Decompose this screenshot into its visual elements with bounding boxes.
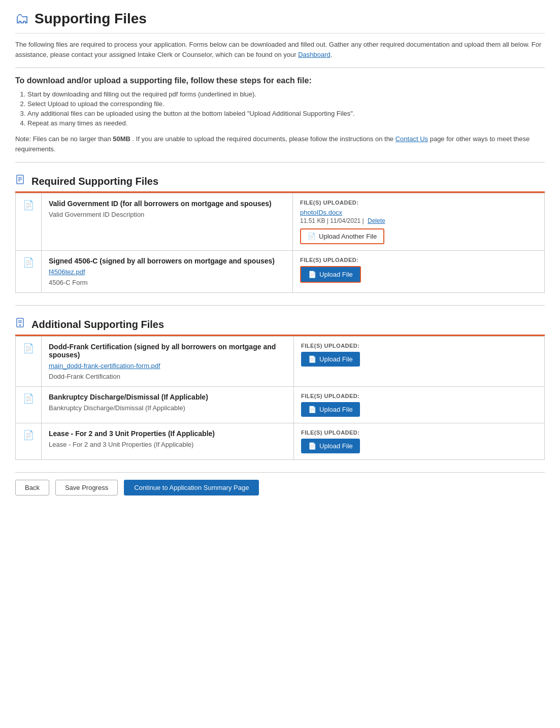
instructions-heading: To download and/or upload a supporting f… [15, 76, 545, 85]
upload-icon: 📄 [308, 233, 316, 240]
instructions-list: Start by downloading and filling out the… [27, 90, 545, 127]
gov-id-description: Valid Government ID Description [49, 211, 285, 218]
instruction-item: Repeat as many times as needed. [27, 119, 545, 127]
file-icon-cell: 📄 [16, 251, 42, 293]
instruction-item: Select Upload to upload the correspondin… [27, 100, 545, 108]
dodd-frank-title: Dodd-Frank Certification (signed by all … [49, 343, 286, 359]
file-doc-icon: 📄 [23, 257, 34, 268]
4506c-download-link[interactable]: f4506tez.pdf [49, 268, 285, 276]
required-section-title: Required Supporting Files [31, 176, 158, 187]
continue-button[interactable]: Continue to Application Summary Page [124, 480, 259, 495]
gov-id-uploaded-label: FILE(S) UPLOADED: [300, 200, 537, 206]
required-section-header: Required Supporting Files [15, 175, 545, 188]
gov-id-info-cell: Valid Government ID (for all borrowers o… [42, 193, 293, 251]
dodd-frank-info-cell: Dodd-Frank Certification (signed by all … [42, 337, 294, 387]
file-doc-icon: 📄 [23, 343, 34, 353]
table-row: 📄 Dodd-Frank Certification (signed by al… [16, 337, 545, 387]
additional-section: Additional Supporting Files 📄 Dodd-Frank… [15, 318, 545, 460]
file-icon-cell: 📄 [16, 387, 42, 423]
upload-icon: 📄 [308, 271, 316, 278]
upload-icon: 📄 [308, 406, 316, 413]
gov-id-upload-cell: FILE(S) UPLOADED: photoIDs.docx 11.51 KB… [293, 193, 545, 251]
intro-text: The following files are required to proc… [15, 40, 545, 59]
required-section-icon [15, 175, 26, 188]
divider-2 [15, 162, 545, 162]
page-title: Supporting Files [35, 11, 147, 27]
table-row: 📄 Bankruptcy Discharge/Dismissal (If App… [16, 387, 545, 423]
dodd-frank-uploaded-label: FILE(S) UPLOADED: [301, 343, 537, 349]
gov-id-delete-link[interactable]: Delete [368, 217, 385, 224]
dodd-frank-download-link[interactable]: main_dodd-frank-certification-form.pdf [49, 362, 286, 370]
bankruptcy-upload-cell: FILE(S) UPLOADED: 📄 Upload File [294, 387, 545, 423]
additional-section-header: Additional Supporting Files [15, 318, 545, 332]
lease-upload-cell: FILE(S) UPLOADED: 📄 Upload File [294, 423, 545, 460]
instruction-item: Any additional files can be uploaded usi… [27, 110, 545, 117]
bankruptcy-info-cell: Bankruptcy Discharge/Dismissal (If Appli… [42, 387, 294, 423]
bankruptcy-description: Bankruptcy Discharge/Dismissal (If Appli… [49, 404, 286, 412]
bankruptcy-title: Bankruptcy Discharge/Dismissal (If Appli… [49, 393, 286, 401]
table-row: 📄 Lease - For 2 and 3 Unit Properties (I… [16, 423, 545, 460]
file-doc-icon: 📄 [23, 430, 34, 440]
file-icon-cell: 📄 [16, 193, 42, 251]
additional-section-title: Additional Supporting Files [31, 319, 164, 330]
gov-id-uploaded-filename[interactable]: photoIDs.docx [300, 209, 537, 216]
table-row: 📄 Valid Government ID (for all borrowers… [16, 193, 545, 251]
lease-upload-button[interactable]: 📄 Upload File [301, 439, 360, 453]
dashboard-link[interactable]: Dashboard [298, 51, 331, 58]
instruction-item: Start by downloading and filling out the… [27, 90, 545, 98]
lease-title: Lease - For 2 and 3 Unit Properties (If … [49, 429, 286, 438]
dodd-frank-description: Dodd-Frank Certification [49, 373, 286, 380]
additional-files-table: 📄 Dodd-Frank Certification (signed by al… [15, 336, 545, 460]
dodd-frank-upload-cell: FILE(S) UPLOADED: 📄 Upload File [294, 337, 545, 387]
upload-icon: 📄 [308, 442, 316, 450]
bankruptcy-upload-button[interactable]: 📄 Upload File [301, 402, 360, 417]
lease-uploaded-label: FILE(S) UPLOADED: [301, 429, 537, 436]
save-progress-button[interactable]: Save Progress [55, 480, 118, 495]
4506c-upload-cell: FILE(S) UPLOADED: 📄 Upload File [293, 251, 545, 293]
gov-id-title: Valid Government ID (for all borrowers o… [49, 200, 285, 208]
file-doc-icon: 📄 [23, 200, 34, 210]
folder-icon: 🗂 [15, 10, 29, 27]
file-icon-cell: 📄 [16, 423, 42, 460]
4506c-uploaded-label: FILE(S) UPLOADED: [300, 257, 537, 263]
additional-section-icon [15, 318, 26, 332]
page-header: 🗂 Supporting Files [15, 10, 545, 34]
gov-id-upload-another-button[interactable]: 📄 Upload Another File [300, 228, 384, 244]
divider-3 [15, 305, 545, 306]
upload-icon: 📄 [308, 355, 316, 363]
4506c-title: Signed 4506-C (signed by all borrowers o… [49, 257, 285, 265]
4506c-info-cell: Signed 4506-C (signed by all borrowers o… [42, 251, 293, 293]
file-icon-cell: 📄 [16, 337, 42, 387]
gov-id-file-meta: 11.51 KB | 11/04/2021 | Delete [300, 217, 537, 224]
required-files-table: 📄 Valid Government ID (for all borrowers… [15, 193, 545, 293]
contact-us-link[interactable]: Contact Us [396, 135, 428, 143]
footer-bar: Back Save Progress Continue to Applicati… [15, 472, 545, 503]
note-text: Note: Files can be no larger than 50MB .… [15, 134, 545, 154]
divider-1 [15, 68, 545, 68]
lease-description: Lease - For 2 and 3 Unit Properties (If … [49, 441, 286, 448]
4506c-description: 4506-C Form [49, 279, 285, 286]
back-button[interactable]: Back [15, 480, 49, 495]
dodd-frank-upload-button[interactable]: 📄 Upload File [301, 352, 360, 367]
file-doc-icon: 📄 [23, 393, 34, 404]
bankruptcy-uploaded-label: FILE(S) UPLOADED: [301, 393, 537, 399]
4506c-upload-button[interactable]: 📄 Upload File [300, 266, 361, 283]
table-row: 📄 Signed 4506-C (signed by all borrowers… [16, 251, 545, 293]
required-section: Required Supporting Files 📄 Valid Govern… [15, 175, 545, 293]
lease-info-cell: Lease - For 2 and 3 Unit Properties (If … [42, 423, 294, 460]
